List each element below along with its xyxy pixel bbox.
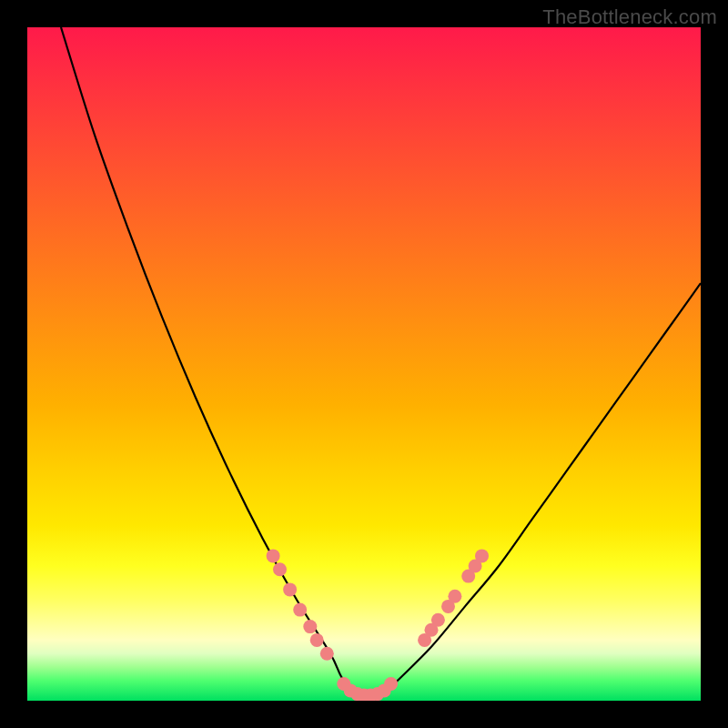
data-marker: [303, 620, 317, 633]
data-marker: [283, 582, 297, 596]
bottleneck-curve: [61, 27, 701, 695]
plot-area: [27, 27, 701, 701]
chart-container: TheBottleneck.com: [0, 0, 728, 728]
data-marker: [448, 590, 461, 603]
watermark-text: TheBottleneck.com: [542, 5, 717, 29]
chart-svg: [27, 27, 701, 701]
data-marker: [310, 633, 324, 647]
data-marker: [475, 549, 489, 562]
markers-layer: [267, 549, 489, 701]
data-marker: [431, 613, 445, 627]
data-marker: [267, 549, 280, 562]
data-marker: [273, 562, 287, 576]
data-marker: [320, 647, 334, 661]
curve-layer: [61, 27, 701, 695]
data-marker: [293, 603, 307, 617]
data-marker: [384, 677, 398, 691]
